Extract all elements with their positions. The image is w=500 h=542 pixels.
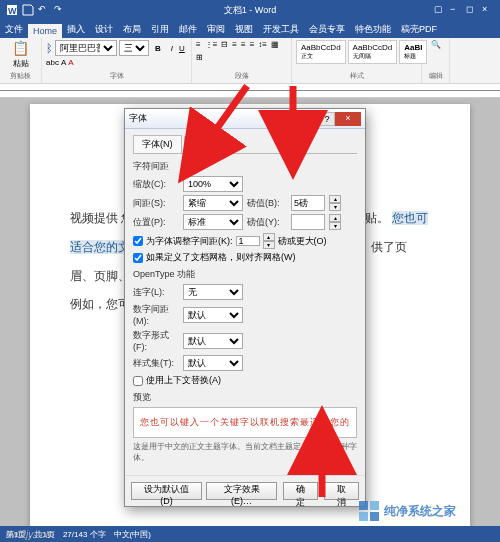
body-text — [431, 211, 500, 225]
spacing-label: 间距(S): — [133, 197, 179, 210]
multilevel-icon[interactable]: ⊟ — [221, 40, 228, 49]
close-window-icon[interactable]: × — [482, 4, 494, 16]
tab-refs[interactable]: 引用 — [146, 21, 174, 38]
underline-icon[interactable]: U — [179, 44, 185, 53]
italic-button[interactable]: I — [167, 42, 177, 55]
minimize-icon[interactable]: − — [450, 4, 462, 16]
ribbon-opts-icon[interactable]: ▢ — [434, 4, 446, 16]
set-default-button[interactable]: 设为默认值(D) — [131, 482, 202, 500]
tab-file[interactable]: 文件 — [0, 21, 28, 38]
position-pt-input[interactable] — [291, 214, 325, 230]
dialog-tab-advanced[interactable]: 高级(V) — [184, 136, 232, 154]
redo-icon[interactable]: ↷ — [54, 4, 66, 16]
borders-icon[interactable]: ⊞ — [196, 53, 203, 62]
dialog-tabs: 字体(N) 高级(V) — [133, 135, 357, 154]
context-checkbox[interactable] — [133, 376, 143, 386]
kerning-checkbox[interactable] — [133, 236, 143, 246]
kerning-input[interactable] — [236, 236, 260, 246]
dialog-title: 字体 — [129, 112, 317, 125]
svg-text:W: W — [8, 6, 17, 16]
ligature-select[interactable]: 无 — [183, 284, 243, 300]
context-label: 使用上下文替换(A) — [146, 374, 221, 387]
body-text: 视频提供 — [70, 211, 118, 225]
strike-icon[interactable]: abc — [46, 58, 59, 67]
highlight-icon[interactable]: A — [61, 58, 66, 67]
bold-button[interactable]: B — [151, 42, 165, 55]
tab-review[interactable]: 审阅 — [202, 21, 230, 38]
bluetooth-icon[interactable]: ᛒ — [46, 42, 53, 54]
align-right-icon[interactable]: ≡ — [250, 40, 255, 49]
section-char-spacing: 字符间距 — [133, 160, 357, 173]
styleset-label: 样式集(T): — [133, 357, 179, 370]
tab-home[interactable]: Home — [28, 24, 62, 38]
tab-design[interactable]: 设计 — [90, 21, 118, 38]
tab-insert[interactable]: 插入 — [62, 21, 90, 38]
help-icon[interactable]: ? — [319, 112, 335, 126]
font-color-icon[interactable]: A — [68, 58, 73, 67]
section-opentype: OpenType 功能 — [133, 268, 357, 281]
align-left-icon[interactable]: ≡ — [232, 40, 237, 49]
line-spacing-icon[interactable]: ↕≡ — [258, 40, 267, 49]
bullets-icon[interactable]: ≡ — [196, 40, 201, 49]
dialog-titlebar[interactable]: 字体 ? × — [125, 109, 365, 129]
word-icon: W — [6, 4, 18, 16]
group-edit-label: 编辑 — [426, 71, 445, 81]
close-icon[interactable]: × — [335, 112, 361, 126]
tab-pdf[interactable]: 稿壳PDF — [396, 21, 442, 38]
window-title: 文档1 - Word — [68, 4, 432, 17]
status-page[interactable]: 第1页，共1页 — [6, 529, 55, 540]
ribbon-tabs: 文件 Home 插入 设计 布局 引用 邮件 审阅 视图 开发工具 会员专享 特… — [0, 20, 500, 38]
tab-tese[interactable]: 特色功能 — [350, 21, 396, 38]
tab-view[interactable]: 视图 — [230, 21, 258, 38]
undo-icon[interactable]: ↶ — [38, 4, 50, 16]
snapgrid-checkbox[interactable] — [133, 253, 143, 263]
paste-button[interactable]: 粘贴 — [13, 58, 29, 69]
snapgrid-label: 如果定义了文档网格，则对齐网格(W) — [146, 251, 296, 264]
kerning-label: 为字体调整字间距(K): — [146, 235, 233, 248]
cancel-button[interactable]: 取消 — [324, 482, 359, 500]
spacing-pt-input[interactable] — [291, 195, 325, 211]
kerning-spinner[interactable]: ▴▾ — [263, 233, 275, 249]
font-size-select[interactable]: 三号 — [119, 40, 149, 56]
highlighted-text: 您也可 — [392, 211, 428, 225]
numform-select[interactable]: 默认 — [183, 333, 243, 349]
numspacing-label: 数字间距(M): — [133, 303, 179, 326]
maximize-icon[interactable]: ◻ — [466, 4, 478, 16]
numbering-icon[interactable]: ⋮≡ — [205, 40, 218, 49]
numspacing-select[interactable]: 默认 — [183, 307, 243, 323]
preview-box: 您也可以键入一个关键字以联机搜索最适合您的 — [133, 407, 357, 438]
align-center-icon[interactable]: ≡ — [241, 40, 246, 49]
position-select[interactable]: 标准 — [183, 214, 243, 230]
position-label: 位置(P): — [133, 216, 179, 229]
style-normal[interactable]: AaBbCcDd正文 — [296, 40, 346, 64]
preview-note: 这是用于中文的正文主题字体。当前文档主题定义将使用哪种字体。 — [133, 441, 357, 463]
scale-label: 缩放(C): — [133, 178, 179, 191]
save-icon[interactable] — [22, 4, 34, 16]
group-font-label: 字体 — [46, 71, 187, 81]
ligature-label: 连字(L): — [133, 286, 179, 299]
shading-icon[interactable]: ▦ — [271, 40, 279, 49]
position-pt-label: 磅值(Y): — [247, 216, 287, 229]
tab-dev[interactable]: 开发工具 — [258, 21, 304, 38]
spacing-select[interactable]: 紧缩 — [183, 195, 243, 211]
find-icon[interactable]: 🔍 — [431, 40, 441, 49]
clipboard-icon[interactable]: 📋 — [12, 40, 29, 56]
status-words[interactable]: 27/143 个字 — [63, 529, 106, 540]
font-dialog: 字体 ? × 字体(N) 高级(V) 字符间距 缩放(C): 100% 间距(S… — [124, 108, 366, 507]
position-spinner[interactable]: ▴▾ — [329, 214, 341, 230]
text-effects-button[interactable]: 文字效果(E)… — [206, 482, 277, 500]
style-nospace[interactable]: AaBbCcDd无间隔 — [348, 40, 398, 64]
tab-layout[interactable]: 布局 — [118, 21, 146, 38]
horizontal-ruler[interactable] — [0, 84, 500, 98]
group-clipboard-label: 剪贴板 — [4, 71, 37, 81]
status-lang[interactable]: 中文(中国) — [114, 529, 151, 540]
tab-mail[interactable]: 邮件 — [174, 21, 202, 38]
styleset-select[interactable]: 默认 — [183, 355, 243, 371]
ok-button[interactable]: 确定 — [283, 482, 318, 500]
tab-member[interactable]: 会员专享 — [304, 21, 350, 38]
dialog-tab-font[interactable]: 字体(N) — [133, 135, 182, 153]
font-family-select[interactable]: 阿里巴巴普… — [55, 40, 117, 56]
scale-select[interactable]: 100% — [183, 176, 243, 192]
title-bar: W ↶ ↷ 文档1 - Word ▢ − ◻ × — [0, 0, 500, 20]
spacing-spinner[interactable]: ▴▾ — [329, 195, 341, 211]
